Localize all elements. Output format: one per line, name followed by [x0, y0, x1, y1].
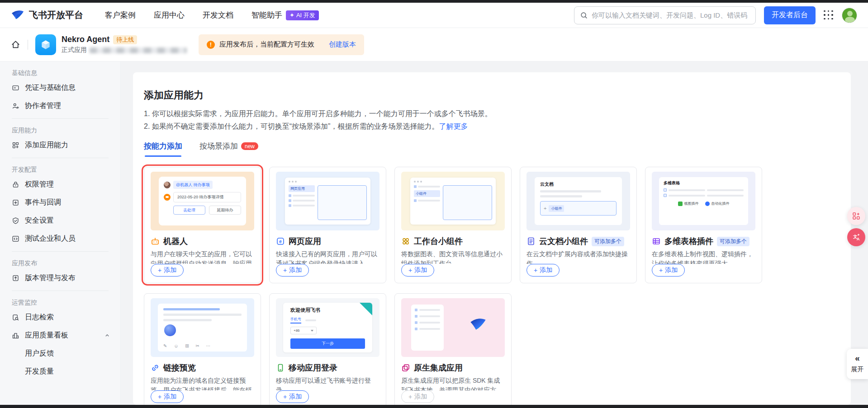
sidebar-item-events-callbacks[interactable]: 事件与回调	[0, 193, 120, 211]
sidebar-divider	[12, 251, 109, 252]
mobile-login-preview-image: 欢迎使用飞书 手机号 +86 下一步	[276, 298, 379, 357]
expand-label: 展开	[851, 366, 864, 374]
chat-user-avatar	[164, 182, 171, 188]
link-preview-image: ✎ ☺ ⊞ ✂ ⋯	[151, 298, 254, 357]
corner-ribbon	[360, 303, 372, 315]
brand-logo[interactable]: 飞书开放平台	[11, 9, 83, 21]
nav-customer-cases[interactable]: 客户案例	[105, 10, 136, 20]
topnav-right: 开发者后台	[574, 6, 857, 24]
sidebar-item-collaborators[interactable]: 协作者管理	[0, 97, 120, 115]
docs-widget-icon	[526, 237, 536, 246]
floating-tools: 文 A	[847, 207, 865, 246]
content-panel: 添加应用能力 1. 你可以根据实际需求，为应用开启能力。单个应用可开启多种能力，…	[133, 72, 851, 405]
card-bot[interactable]: @机器人 待办事项 2022-05-20 待办事项详情 去处理 延期待办	[144, 167, 261, 283]
card-mobile-login[interactable]: 欢迎使用飞书 手机号 +86 下一步 移动	[269, 293, 386, 405]
translate-button[interactable]: 文 A	[847, 228, 865, 246]
add-docs-widget-button[interactable]: +添加	[526, 264, 560, 277]
sidebar-item-log-search[interactable]: 日志检索	[0, 308, 120, 326]
card-name: 链接预览	[163, 362, 196, 373]
top-navigation: 飞书开放平台 客户案例 应用中心 开发文档 智能助手 ✦AI 开发 开发者后台	[0, 3, 868, 28]
svg-text:A: A	[857, 237, 860, 241]
sidebar-item-label: 安全设置	[25, 216, 54, 225]
card-name: 原生集成应用	[414, 362, 463, 373]
sidebar-item-security[interactable]: 安全设置	[0, 211, 120, 230]
bitable-plugin-preview-image: 多维表格 视图插件 自动化插件	[652, 172, 755, 230]
developer-console-button[interactable]: 开发者后台	[764, 6, 816, 24]
sidebar-item-quality-dashboard[interactable]: 应用质量看板	[0, 326, 120, 344]
sidebar-item-label: 权限管理	[25, 180, 54, 189]
web-app-icon: e	[276, 237, 285, 246]
card-link-preview[interactable]: ✎ ☺ ⊞ ✂ ⋯ 链接预览 应用能为注册的域名自定义链接预览，用户在飞书发送链…	[144, 293, 261, 405]
card-workplace-widget[interactable]: 小组件 工作台小组件 将数据图表、图文资讯等信	[394, 167, 512, 283]
page-description: 1. 你可以根据实际需求，为应用开启能力。单个应用可开启多种能力，一个能力可用于…	[144, 108, 840, 133]
sidebar-item-label: 版本管理与发布	[25, 273, 76, 283]
bitable-title: 多维表格	[664, 180, 744, 186]
bot-preview-image: @机器人 待办事项 2022-05-20 待办事项详情 去处理 延期待办	[151, 172, 254, 230]
ai-dev-badge: ✦AI 开发	[286, 10, 319, 20]
sidebar-item-label: 测试企业和人员	[25, 234, 76, 244]
app-grid-icon[interactable]	[824, 10, 834, 20]
sidebar-item-add-capability[interactable]: 添加应用能力	[0, 136, 120, 154]
sidebar-section-monitoring: 运营监控	[0, 295, 120, 308]
sidebar-section-basic-info: 基础信息	[0, 65, 120, 79]
add-bitable-plugin-button[interactable]: +添加	[652, 264, 685, 277]
user-avatar[interactable]	[842, 8, 857, 23]
nav-ai-assistant[interactable]: 智能助手 ✦AI 开发	[251, 10, 319, 20]
sidebar-item-user-feedback[interactable]: 用户反馈	[0, 344, 120, 362]
sidebar-divider	[12, 158, 109, 158]
sidebar-item-version-release[interactable]: 版本管理与发布	[0, 269, 120, 287]
tab-by-capability[interactable]: 按能力添加	[144, 141, 182, 157]
bot-mention-chip: @机器人 待办事项	[173, 181, 213, 189]
docs-widget-preview-image: 云文档 + 小组件	[526, 172, 630, 230]
learn-more-link[interactable]: 了解更多	[439, 122, 468, 130]
code-icon	[12, 235, 19, 243]
svg-text:e: e	[279, 239, 282, 244]
card-description: 应用能为注册的域名自定义链接预览，用户在飞书发送链接后，能在链接下方展示...	[151, 376, 254, 390]
sidebar-item-label: 事件与回调	[25, 198, 61, 207]
event-callback-icon	[12, 199, 19, 206]
add-web-app-button[interactable]: +添加	[276, 264, 309, 277]
widget-assistant-button[interactable]	[847, 207, 865, 225]
add-bot-button[interactable]: +添加	[151, 264, 184, 277]
doc-plus: +	[544, 206, 546, 211]
card-native-integration[interactable]: 原生集成应用 原生集成应用可以把原生 SDK 集成到飞书本地，并调用其中的对应方…	[394, 293, 512, 405]
card-bitable-plugin[interactable]: 多维表格 视图插件 自动化插件 多维表格	[645, 167, 762, 283]
status-badge: 待上线	[113, 35, 137, 44]
tab-by-scenario[interactable]: 按场景添加 new	[199, 141, 258, 157]
add-link-preview-button[interactable]: +添加	[151, 390, 184, 403]
doc-widget-chip: 小组件	[549, 205, 564, 212]
nav-app-center[interactable]: 应用中心	[154, 10, 185, 20]
expand-panel-button[interactable]: « 展开	[847, 349, 868, 379]
grid-sparkle-icon	[852, 211, 861, 220]
login-title: 欢迎使用飞书	[290, 307, 365, 314]
card-description: 在多维表格上制作视图、逻辑插件，让你的多维表格变得更强大。	[652, 249, 755, 264]
multi-add-badge: 可添加多个	[717, 237, 749, 246]
page-title: 添加应用能力	[144, 89, 840, 102]
sidebar-divider	[12, 118, 109, 119]
search-input[interactable]	[592, 11, 750, 19]
card-web-app[interactable]: 网页应用 e	[269, 167, 386, 283]
doc-title: 云文档	[540, 181, 617, 188]
grid-add-icon	[12, 141, 19, 149]
add-mobile-login-button[interactable]: +添加	[276, 390, 309, 403]
todo-primary-button: 去处理	[173, 206, 205, 215]
sparkle-icon: ✦	[289, 12, 294, 19]
sidebar: 基础信息 凭证与基础信息 协作者管理 应用能力 添加应用能力 开发配置	[0, 61, 121, 405]
card-description: 与用户在聊天中交互的应用，它可以向用户或群组自动发送消息，响应用户的消...	[151, 249, 254, 264]
home-icon[interactable]	[11, 40, 20, 49]
sidebar-item-permissions[interactable]: 权限管理	[0, 175, 120, 193]
new-badge: new	[241, 142, 258, 150]
capability-cards-grid: @机器人 待办事项 2022-05-20 待办事项详情 去处理 延期待办	[144, 167, 773, 405]
sidebar-item-credentials[interactable]: 凭证与基础信息	[0, 79, 120, 97]
sidebar-item-label: 应用质量看板	[25, 331, 68, 340]
add-workplace-widget-button[interactable]: +添加	[401, 264, 434, 277]
sidebar-item-test-org[interactable]: 测试企业和人员	[0, 230, 120, 248]
nav-dev-docs[interactable]: 开发文档	[203, 10, 233, 20]
workplace-widget-preview-image: 小组件	[401, 172, 505, 230]
create-version-link[interactable]: 创建版本	[329, 40, 356, 49]
card-docs-widget[interactable]: 云文档 + 小组件 云文档小组件	[520, 167, 637, 283]
sidebar-item-dev-quality[interactable]: 开发质量	[0, 362, 120, 380]
app-header: Nekro Agent 待上线 正式应用 ! 应用发布后，当前配置方可生效 创建…	[0, 28, 868, 61]
next-step-button: 下一步	[290, 338, 365, 349]
todo-card: 2022-05-20 待办事项详情	[173, 192, 241, 202]
